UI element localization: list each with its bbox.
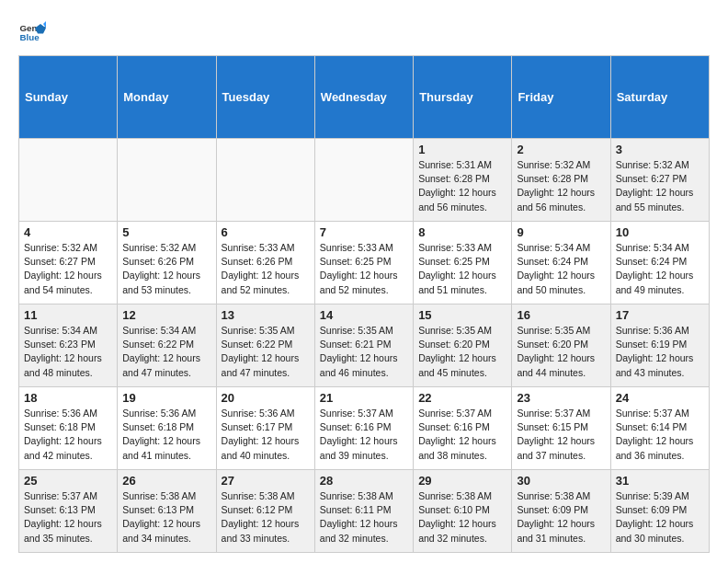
calendar-cell: 22Sunrise: 5:37 AMSunset: 6:16 PMDayligh… — [414, 387, 512, 470]
calendar-cell: 23Sunrise: 5:37 AMSunset: 6:15 PMDayligh… — [512, 387, 610, 470]
calendar-cell: 17Sunrise: 5:36 AMSunset: 6:19 PMDayligh… — [610, 304, 709, 387]
calendar-cell: 30Sunrise: 5:38 AMSunset: 6:09 PMDayligh… — [512, 470, 610, 553]
calendar-cell: 6Sunrise: 5:33 AMSunset: 6:26 PMDaylight… — [216, 222, 314, 304]
weekday-sunday: Sunday — [19, 56, 118, 139]
weekday-saturday: Saturday — [610, 56, 709, 139]
day-info: Sunrise: 5:37 AMSunset: 6:14 PMDaylight:… — [616, 407, 704, 463]
calendar-cell: 20Sunrise: 5:36 AMSunset: 6:17 PMDayligh… — [216, 387, 314, 470]
day-number: 19 — [122, 391, 210, 405]
day-info: Sunrise: 5:36 AMSunset: 6:17 PMDaylight:… — [222, 407, 310, 463]
calendar-cell: 15Sunrise: 5:35 AMSunset: 6:20 PMDayligh… — [414, 304, 512, 387]
day-number: 9 — [517, 225, 605, 239]
calendar-cell: 27Sunrise: 5:38 AMSunset: 6:12 PMDayligh… — [216, 470, 314, 553]
calendar-cell — [216, 139, 314, 222]
calendar-cell: 18Sunrise: 5:36 AMSunset: 6:18 PMDayligh… — [19, 387, 118, 470]
day-number: 20 — [222, 391, 310, 405]
weekday-thursday: Thursday — [414, 56, 512, 139]
calendar-cell: 13Sunrise: 5:35 AMSunset: 6:22 PMDayligh… — [216, 304, 314, 387]
week-row-2: 11Sunrise: 5:34 AMSunset: 6:23 PMDayligh… — [19, 304, 710, 387]
weekday-wednesday: Wednesday — [314, 56, 413, 139]
day-info: Sunrise: 5:38 AMSunset: 6:13 PMDaylight:… — [122, 489, 210, 546]
day-number: 15 — [418, 308, 506, 322]
logo: General Blue — [18, 18, 50, 46]
day-info: Sunrise: 5:39 AMSunset: 6:09 PMDaylight:… — [616, 489, 704, 546]
day-number: 21 — [320, 391, 408, 405]
calendar-cell: 12Sunrise: 5:34 AMSunset: 6:22 PMDayligh… — [118, 304, 216, 387]
day-number: 24 — [616, 391, 704, 405]
calendar-cell: 4Sunrise: 5:32 AMSunset: 6:27 PMDaylight… — [19, 222, 118, 304]
calendar-cell: 26Sunrise: 5:38 AMSunset: 6:13 PMDayligh… — [118, 470, 216, 553]
day-info: Sunrise: 5:38 AMSunset: 6:09 PMDaylight:… — [517, 489, 605, 546]
day-number: 23 — [517, 391, 605, 405]
day-number: 2 — [517, 143, 605, 156]
day-number: 6 — [222, 225, 310, 239]
day-number: 26 — [122, 474, 210, 488]
svg-text:Blue: Blue — [20, 32, 40, 42]
day-info: Sunrise: 5:37 AMSunset: 6:16 PMDaylight:… — [320, 407, 408, 463]
day-info: Sunrise: 5:35 AMSunset: 6:22 PMDaylight:… — [222, 324, 310, 380]
weekday-tuesday: Tuesday — [216, 56, 314, 139]
day-number: 7 — [320, 225, 408, 239]
day-info: Sunrise: 5:33 AMSunset: 6:26 PMDaylight:… — [222, 241, 310, 297]
day-info: Sunrise: 5:34 AMSunset: 6:22 PMDaylight:… — [122, 324, 210, 380]
week-row-0: 1Sunrise: 5:31 AMSunset: 6:28 PMDaylight… — [19, 139, 710, 222]
day-info: Sunrise: 5:31 AMSunset: 6:28 PMDaylight:… — [418, 158, 506, 214]
calendar-cell: 24Sunrise: 5:37 AMSunset: 6:14 PMDayligh… — [610, 387, 709, 470]
calendar-cell: 5Sunrise: 5:32 AMSunset: 6:26 PMDaylight… — [118, 222, 216, 304]
weekday-friday: Friday — [512, 56, 610, 139]
calendar-cell: 3Sunrise: 5:32 AMSunset: 6:27 PMDaylight… — [610, 139, 709, 222]
day-info: Sunrise: 5:36 AMSunset: 6:19 PMDaylight:… — [616, 324, 704, 380]
calendar-cell — [19, 139, 118, 222]
day-info: Sunrise: 5:32 AMSunset: 6:27 PMDaylight:… — [24, 241, 112, 297]
header: General Blue — [18, 18, 710, 46]
day-info: Sunrise: 5:38 AMSunset: 6:12 PMDaylight:… — [222, 489, 310, 546]
day-info: Sunrise: 5:33 AMSunset: 6:25 PMDaylight:… — [320, 241, 408, 297]
day-info: Sunrise: 5:33 AMSunset: 6:25 PMDaylight:… — [418, 241, 506, 297]
day-info: Sunrise: 5:35 AMSunset: 6:20 PMDaylight:… — [517, 324, 605, 380]
calendar-cell: 28Sunrise: 5:38 AMSunset: 6:11 PMDayligh… — [314, 470, 413, 553]
week-row-3: 18Sunrise: 5:36 AMSunset: 6:18 PMDayligh… — [19, 387, 710, 470]
day-number: 1 — [418, 143, 506, 156]
day-info: Sunrise: 5:32 AMSunset: 6:26 PMDaylight:… — [122, 241, 210, 297]
day-info: Sunrise: 5:37 AMSunset: 6:16 PMDaylight:… — [418, 407, 506, 463]
calendar-cell: 25Sunrise: 5:37 AMSunset: 6:13 PMDayligh… — [19, 470, 118, 553]
day-number: 5 — [122, 225, 210, 239]
day-info: Sunrise: 5:36 AMSunset: 6:18 PMDaylight:… — [24, 407, 112, 463]
day-number: 13 — [222, 308, 310, 322]
calendar-cell: 11Sunrise: 5:34 AMSunset: 6:23 PMDayligh… — [19, 304, 118, 387]
day-number: 29 — [418, 474, 506, 488]
day-info: Sunrise: 5:34 AMSunset: 6:24 PMDaylight:… — [616, 241, 704, 297]
day-info: Sunrise: 5:36 AMSunset: 6:18 PMDaylight:… — [122, 407, 210, 463]
day-info: Sunrise: 5:34 AMSunset: 6:24 PMDaylight:… — [517, 241, 605, 297]
weekday-monday: Monday — [118, 56, 216, 139]
calendar-cell: 29Sunrise: 5:38 AMSunset: 6:10 PMDayligh… — [414, 470, 512, 553]
calendar-cell: 7Sunrise: 5:33 AMSunset: 6:25 PMDaylight… — [314, 222, 413, 304]
calendar-cell — [314, 139, 413, 222]
day-number: 18 — [24, 391, 112, 405]
calendar-cell: 19Sunrise: 5:36 AMSunset: 6:18 PMDayligh… — [118, 387, 216, 470]
calendar-cell: 9Sunrise: 5:34 AMSunset: 6:24 PMDaylight… — [512, 222, 610, 304]
calendar-body: 1Sunrise: 5:31 AMSunset: 6:28 PMDaylight… — [19, 139, 710, 553]
day-info: Sunrise: 5:35 AMSunset: 6:20 PMDaylight:… — [418, 324, 506, 380]
day-number: 3 — [616, 143, 704, 156]
day-number: 27 — [222, 474, 310, 488]
calendar-cell: 16Sunrise: 5:35 AMSunset: 6:20 PMDayligh… — [512, 304, 610, 387]
calendar-cell: 8Sunrise: 5:33 AMSunset: 6:25 PMDaylight… — [414, 222, 512, 304]
day-info: Sunrise: 5:37 AMSunset: 6:13 PMDaylight:… — [24, 489, 112, 546]
week-row-4: 25Sunrise: 5:37 AMSunset: 6:13 PMDayligh… — [19, 470, 710, 553]
day-number: 22 — [418, 391, 506, 405]
calendar-cell — [118, 139, 216, 222]
weekday-header: SundayMondayTuesdayWednesdayThursdayFrid… — [19, 56, 710, 139]
day-number: 28 — [320, 474, 408, 488]
day-number: 11 — [24, 308, 112, 322]
day-number: 30 — [517, 474, 605, 488]
day-info: Sunrise: 5:35 AMSunset: 6:21 PMDaylight:… — [320, 324, 408, 380]
day-number: 31 — [616, 474, 704, 488]
day-info: Sunrise: 5:32 AMSunset: 6:27 PMDaylight:… — [616, 158, 704, 214]
calendar-cell: 2Sunrise: 5:32 AMSunset: 6:28 PMDaylight… — [512, 139, 610, 222]
day-info: Sunrise: 5:38 AMSunset: 6:10 PMDaylight:… — [418, 489, 506, 546]
day-number: 8 — [418, 225, 506, 239]
day-number: 16 — [517, 308, 605, 322]
calendar-cell: 1Sunrise: 5:31 AMSunset: 6:28 PMDaylight… — [414, 139, 512, 222]
calendar-table: SundayMondayTuesdayWednesdayThursdayFrid… — [18, 55, 710, 553]
